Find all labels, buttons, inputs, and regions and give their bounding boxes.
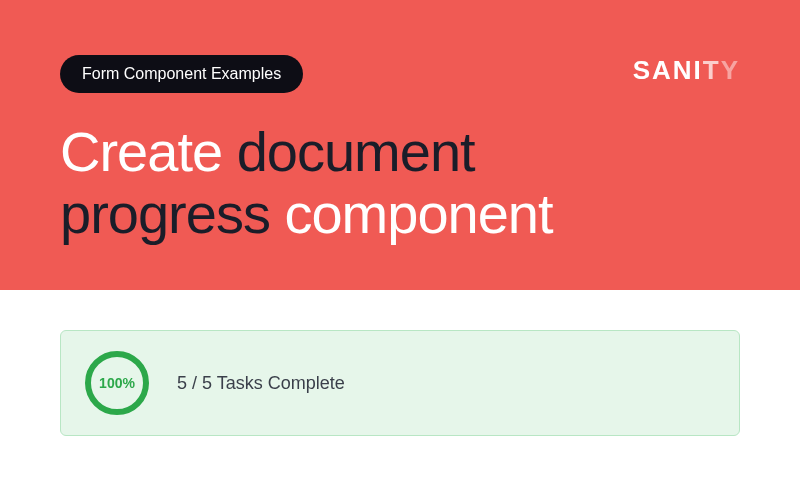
brand-text-fade2: Y: [721, 55, 740, 85]
progress-label: 5 / 5 Tasks Complete: [177, 373, 345, 394]
title-word-2: document: [237, 120, 475, 183]
category-badge: Form Component Examples: [60, 55, 303, 93]
progress-card: 100% 5 / 5 Tasks Complete: [60, 330, 740, 436]
brand-text-main: SANI: [633, 55, 703, 85]
hero-section: Form Component Examples SANITY Create do…: [0, 0, 800, 290]
progress-ring-icon: 100%: [85, 351, 149, 415]
title-word-1: Create: [60, 120, 222, 183]
brand-text-fade1: T: [703, 55, 721, 85]
title-word-4: component: [284, 182, 552, 245]
component-preview-area: 100% 5 / 5 Tasks Complete: [0, 290, 800, 476]
progress-percent: 100%: [99, 375, 135, 391]
brand-logo: SANITY: [633, 55, 740, 86]
title-word-3: progress: [60, 182, 270, 245]
page-title: Create document progress component: [60, 121, 740, 244]
